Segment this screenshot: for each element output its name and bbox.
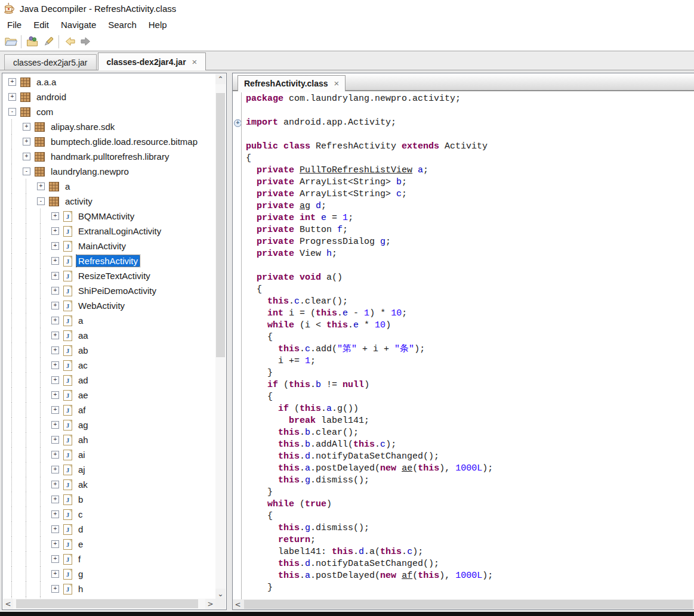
toolbar-search-icon[interactable]	[40, 34, 56, 49]
tree-expander-icon[interactable]: +	[51, 570, 59, 578]
menu-item-navigate[interactable]: Navigate	[55, 18, 102, 32]
tree-expander-icon[interactable]: +	[51, 212, 59, 220]
tree-expander-icon[interactable]: +	[51, 436, 59, 444]
code-type-link[interactable]: ag	[300, 201, 310, 211]
tree-item-com[interactable]: -com	[3, 104, 215, 119]
tree-expander-icon[interactable]: +	[51, 421, 59, 429]
tree-expander-icon[interactable]: +	[23, 153, 30, 160]
scroll-left-icon[interactable]: <	[233, 599, 243, 609]
tree-expander-icon[interactable]: +	[51, 466, 59, 473]
tree-item-a.a.a[interactable]: +a.a.a	[3, 75, 215, 89]
tree-item-e[interactable]: +Je	[3, 537, 215, 552]
tree-item-android[interactable]: +android	[3, 89, 215, 104]
tree-horizontal-scrollbar[interactable]: < >	[3, 599, 215, 609]
tree-item-ag[interactable]: +Jag	[3, 417, 215, 432]
tree-expander-icon[interactable]: +	[51, 227, 59, 235]
tab-classes-dex2jar4.jar[interactable]: classes-dex2jar4.jar×	[98, 52, 206, 70]
tree-expander-icon[interactable]: +	[8, 93, 16, 101]
toolbar-open-type-icon[interactable]	[24, 34, 40, 49]
tree-expander-icon[interactable]: +	[51, 496, 59, 503]
tab-refreshactivity-class[interactable]: RefreshActivity.class ×	[237, 75, 346, 91]
tree-expander-icon[interactable]: +	[51, 287, 59, 295]
tree-expander-icon[interactable]: +	[51, 346, 59, 354]
tree-item-activity[interactable]: -activity	[3, 194, 215, 209]
code-type-link[interactable]: PullToRefreshListView	[300, 165, 412, 175]
code-type-link[interactable]: af	[402, 571, 412, 581]
tree-item-ah[interactable]: +Jah	[3, 432, 215, 447]
tree-item-bumptech.glide.load.resource.bitmap[interactable]: +bumptech.glide.load.resource.bitmap	[3, 134, 215, 149]
tree-expander-icon[interactable]: +	[51, 332, 59, 339]
scroll-up-icon[interactable]: ⌃	[215, 74, 226, 84]
code-horizontal-scrollbar[interactable]: <	[233, 599, 694, 609]
menu-item-search[interactable]: Search	[102, 18, 143, 32]
tree-item-handmark.pulltorefresh.library[interactable]: +handmark.pulltorefresh.library	[3, 149, 215, 164]
tab-classes-dex2jar5.jar[interactable]: classes-dex2jar5.jar	[4, 54, 97, 70]
tree-item-laundrylang.newpro[interactable]: -laundrylang.newpro	[3, 164, 215, 179]
close-icon[interactable]: ×	[192, 58, 198, 66]
tree-expander-icon[interactable]: +	[51, 406, 59, 414]
tree-item-b[interactable]: +Jb	[3, 492, 215, 507]
tree-item-WebActivity[interactable]: +JWebActivity	[3, 298, 215, 313]
tree-item-MainActivity[interactable]: +JMainActivity	[3, 239, 215, 253]
tree-item-c[interactable]: +Jc	[3, 507, 215, 522]
tree-item-ae[interactable]: +Jae	[3, 388, 215, 403]
tree-expander-icon[interactable]: +	[51, 361, 59, 369]
tree-expander-icon[interactable]: -	[37, 197, 45, 205]
tree-item-a[interactable]: +Ja	[3, 313, 215, 328]
tree-vertical-scrollbar[interactable]: ⌃ ⌄	[215, 74, 226, 599]
close-icon[interactable]: ×	[334, 80, 340, 87]
tree-expander-icon[interactable]: +	[23, 123, 30, 131]
scroll-down-icon[interactable]: ⌄	[215, 589, 226, 599]
tree-item-h[interactable]: +Jh	[3, 581, 215, 596]
tree-expander-icon[interactable]: +	[51, 376, 59, 384]
tree-item-ab[interactable]: +Jab	[3, 343, 215, 358]
tree-expander-icon[interactable]: -	[23, 168, 30, 175]
tree-hscroll-thumb[interactable]	[16, 599, 198, 608]
tree-item-aa[interactable]: +Jaa	[3, 328, 215, 343]
tree-item-ExtranalLoginActivity[interactable]: +JExtranalLoginActivity	[3, 224, 215, 239]
tree-expander-icon[interactable]: +	[51, 540, 59, 548]
tree-item-RefreshActivity[interactable]: +JRefreshActivity	[3, 253, 215, 268]
toolbar-back-icon[interactable]	[61, 34, 78, 49]
tree-expander-icon[interactable]: +	[51, 585, 59, 593]
tree-item-ai[interactable]: +Jai	[3, 447, 215, 462]
tree-expander-icon[interactable]: +	[51, 555, 59, 563]
tree-item-BQMMActivity[interactable]: +JBQMMActivity	[3, 209, 215, 224]
tree-item-af[interactable]: +Jaf	[3, 403, 215, 417]
tree-expander-icon[interactable]: +	[37, 182, 45, 190]
tree-expander-icon[interactable]: +	[51, 317, 59, 324]
tree-item-alipay.share.sdk[interactable]: +alipay.share.sdk	[3, 119, 215, 134]
code-hscroll-thumb[interactable]	[244, 600, 693, 609]
tree-item-ak[interactable]: +Jak	[3, 477, 215, 492]
tree-expander-icon[interactable]: +	[51, 451, 59, 459]
code-type-link[interactable]: ae	[402, 463, 412, 473]
tree-item-g[interactable]: +Jg	[3, 567, 215, 581]
toolbar-forward-icon[interactable]	[78, 34, 94, 49]
menu-item-file[interactable]: File	[1, 18, 27, 32]
tree-expander-icon[interactable]: +	[51, 510, 59, 518]
tree-expander-icon[interactable]: -	[8, 108, 16, 116]
tree-item-ResizeTextActivity[interactable]: +JResizeTextActivity	[3, 268, 215, 283]
menu-item-help[interactable]: Help	[143, 18, 173, 32]
tree-expander-icon[interactable]: +	[23, 138, 30, 146]
scroll-left-icon[interactable]: <	[3, 599, 13, 609]
tree-expander-icon[interactable]: +	[51, 272, 59, 280]
tree-item-ad[interactable]: +Jad	[3, 373, 215, 388]
tree-expander-icon[interactable]: +	[8, 78, 16, 86]
tree-item-ShiPeiDemoActivity[interactable]: +JShiPeiDemoActivity	[3, 283, 215, 298]
tree-expander-icon[interactable]: +	[51, 242, 59, 250]
tree-item-d[interactable]: +Jd	[3, 522, 215, 537]
menu-item-edit[interactable]: Edit	[27, 18, 55, 32]
tree-expander-icon[interactable]: +	[51, 481, 59, 488]
tree-expander-icon[interactable]: +	[51, 525, 59, 533]
tree-vscroll-thumb[interactable]	[216, 93, 225, 357]
tree-item-a[interactable]: +a	[3, 179, 215, 194]
tree-expander-icon[interactable]: +	[51, 257, 59, 265]
tree-expander-icon[interactable]: +	[51, 391, 59, 399]
tree-item-aj[interactable]: +Jaj	[3, 462, 215, 477]
scroll-right-icon[interactable]: >	[205, 599, 215, 609]
tree-item-f[interactable]: +Jf	[3, 552, 215, 567]
tree-item-ac[interactable]: +Jac	[3, 358, 215, 373]
toolbar-open-file-icon[interactable]	[2, 34, 18, 49]
tree-expander-icon[interactable]: +	[51, 302, 59, 309]
